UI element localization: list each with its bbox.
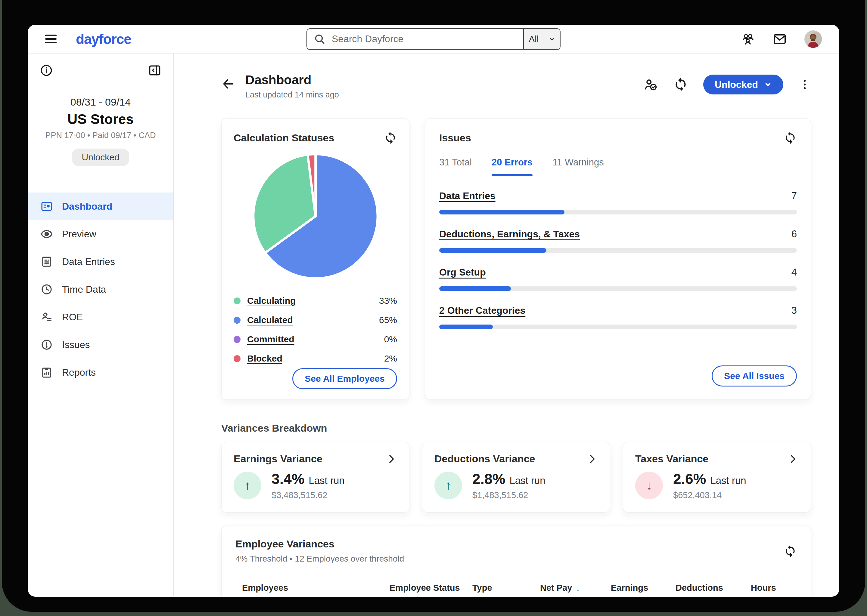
column-earnings: Earnings xyxy=(611,583,676,593)
column-net-pay[interactable]: Net Pay ↓ xyxy=(540,583,611,593)
see-all-issues-button[interactable]: See All Issues xyxy=(712,365,797,387)
clock-icon xyxy=(40,283,53,295)
issue-count: 6 xyxy=(791,228,797,240)
sidebar-item-label: Reports xyxy=(62,367,96,378)
last-updated-text: Last updated 14 mins ago xyxy=(245,90,339,99)
variance-card-title: Taxes Variance xyxy=(635,453,708,465)
tab-warnings[interactable]: 11 Warnings xyxy=(552,157,604,176)
issue-progress-track xyxy=(439,248,797,253)
pay-period: 08/31 - 09/14 xyxy=(28,96,173,108)
legend-label[interactable]: Calculated xyxy=(247,315,293,325)
issue-row: 2 Other Categories 3 xyxy=(439,305,797,329)
chevron-down-icon xyxy=(764,81,772,88)
deductions-variance-card[interactable]: Deductions Variance ↑ 2.8%Last run $1,48… xyxy=(422,442,610,512)
collapse-panel-icon[interactable] xyxy=(148,64,161,77)
sidebar-item-roe[interactable]: ROE xyxy=(28,303,173,331)
legend-value: 2% xyxy=(384,354,397,364)
refresh-icon[interactable] xyxy=(673,77,688,92)
sidebar-item-issues[interactable]: Issues xyxy=(28,331,173,358)
refresh-icon[interactable] xyxy=(783,544,797,558)
people-icon[interactable] xyxy=(741,32,755,46)
sidebar-item-dashboard[interactable]: Dashboard xyxy=(28,193,173,220)
app-window: dayforce All xyxy=(28,25,839,597)
legend-dot xyxy=(233,336,241,343)
issue-progress-fill xyxy=(439,210,564,214)
sidebar-item-label: ROE xyxy=(62,312,83,323)
legend-value: 33% xyxy=(379,295,397,306)
legend-dot xyxy=(233,355,241,362)
dashboard-icon xyxy=(40,200,53,213)
issue-count: 4 xyxy=(791,267,797,278)
legend-label[interactable]: Committed xyxy=(247,334,295,344)
kebab-menu-icon[interactable] xyxy=(798,78,811,91)
unlocked-dropdown-button[interactable]: Unlocked xyxy=(703,75,783,94)
column-deductions: Deductions xyxy=(676,583,751,593)
legend-row: Calculated 65% xyxy=(233,310,397,330)
variance-suffix: Last run xyxy=(509,475,545,486)
avatar[interactable] xyxy=(804,30,822,48)
report-icon xyxy=(40,366,53,379)
refresh-icon[interactable] xyxy=(384,131,397,145)
issue-count: 7 xyxy=(791,190,797,201)
variance-card-title: Earnings Variance xyxy=(233,453,322,465)
sidebar-nav: Dashboard Preview Data Entries Time Data xyxy=(28,193,173,386)
person-list-icon xyxy=(40,311,53,323)
issue-category-link[interactable]: 2 Other Categories xyxy=(439,305,525,316)
calculation-statuses-card: Calculation Statuses Calculating xyxy=(221,118,410,399)
variance-suffix: Last run xyxy=(710,475,746,486)
brand-logo: dayforce xyxy=(76,31,131,47)
variance-amount: $652,403.14 xyxy=(673,490,746,500)
issue-row: Deductions, Earnings, & Taxes 6 xyxy=(439,228,797,253)
sidebar-item-reports[interactable]: Reports xyxy=(28,358,173,386)
refresh-icon[interactable] xyxy=(783,131,797,145)
issue-category-link[interactable]: Org Setup xyxy=(439,267,486,278)
issue-count: 3 xyxy=(791,305,797,316)
legend-value: 65% xyxy=(379,315,397,325)
issue-category-link[interactable]: Data Entries xyxy=(439,190,495,201)
document-icon xyxy=(40,255,53,268)
trend-arrow-icon: ↓ xyxy=(635,471,663,499)
eye-icon xyxy=(40,228,53,240)
issue-progress-track xyxy=(439,325,797,329)
sidebar-item-preview[interactable]: Preview xyxy=(28,220,173,248)
column-employee-status: Employee Status xyxy=(389,583,472,593)
hamburger-menu-icon[interactable] xyxy=(45,35,57,43)
back-arrow-icon[interactable] xyxy=(221,77,235,91)
issues-tabs: 31 Total 20 Errors 11 Warnings xyxy=(439,157,797,176)
calc-card-title: Calculation Statuses xyxy=(233,132,334,144)
legend-row: Blocked 2% xyxy=(233,349,397,368)
legend-dot xyxy=(233,297,241,304)
sidebar-item-label: Data Entries xyxy=(62,256,115,267)
topbar: dayforce All xyxy=(28,25,839,53)
variance-amount: $1,483,515.62 xyxy=(472,490,545,500)
taxes-variance-card[interactable]: Taxes Variance ↓ 2.6%Last run $652,403.1… xyxy=(623,442,811,512)
issue-progress-track xyxy=(439,210,797,214)
legend-label[interactable]: Calculating xyxy=(247,295,296,306)
pie-legend: Calculating 33% Calculated 65% Committed xyxy=(233,291,397,368)
legend-dot xyxy=(233,317,241,324)
earnings-variance-card[interactable]: Earnings Variance ↑ 3.4%Last run $3,483,… xyxy=(221,442,410,512)
search-scope-value: All xyxy=(529,34,539,44)
issue-progress-fill xyxy=(439,286,511,291)
search-input[interactable] xyxy=(326,33,523,44)
see-all-employees-button[interactable]: See All Employees xyxy=(292,368,397,389)
sidebar-item-data-entries[interactable]: Data Entries xyxy=(28,248,173,275)
info-icon[interactable] xyxy=(40,64,53,77)
legend-row: Calculating 33% xyxy=(233,291,397,310)
legend-row: Committed 0% xyxy=(233,330,397,349)
variance-suffix: Last run xyxy=(309,475,344,486)
person-sync-icon[interactable] xyxy=(643,77,658,92)
employee-variances-title: Employee Variances xyxy=(235,538,404,550)
tab-errors[interactable]: 20 Errors xyxy=(492,157,533,176)
tab-total[interactable]: 31 Total xyxy=(439,157,472,176)
search-scope-dropdown[interactable]: All xyxy=(523,29,560,49)
chevron-down-icon xyxy=(549,36,555,42)
legend-label[interactable]: Blocked xyxy=(247,354,282,364)
status-badge: Unlocked xyxy=(72,149,129,166)
sidebar: 08/31 - 09/14 US Stores PPN 17-00 • Paid… xyxy=(28,53,174,596)
mail-icon[interactable] xyxy=(772,32,787,46)
column-hours: Hours xyxy=(751,583,790,593)
sidebar-item-time-data[interactable]: Time Data xyxy=(28,275,173,303)
employee-table-header: Employees Employee Status Type Net Pay ↓… xyxy=(235,583,797,596)
issue-category-link[interactable]: Deductions, Earnings, & Taxes xyxy=(439,229,580,240)
